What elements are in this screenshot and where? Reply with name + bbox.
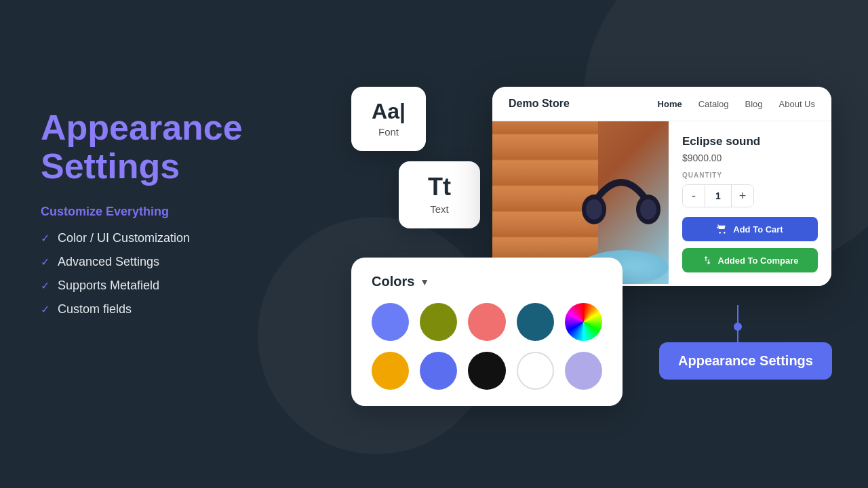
nav-link-about[interactable]: About Us	[779, 99, 815, 109]
quantity-decrease-button[interactable]: -	[683, 185, 705, 207]
check-icon-2: ✓	[41, 256, 50, 268]
check-icon-4: ✓	[41, 303, 50, 316]
swatch-teal[interactable]	[517, 303, 554, 341]
text-type-icon: Tt	[418, 175, 461, 199]
colors-dropdown-icon[interactable]: ▼	[420, 277, 429, 287]
feature-item-1: ✓ Color / UI Customization	[41, 231, 298, 245]
add-to-cart-label: Add To Cart	[733, 224, 783, 235]
add-to-cart-button[interactable]: Add To Cart	[682, 217, 818, 241]
font-card[interactable]: Aa| Font	[351, 87, 426, 151]
demo-store-nav: Demo Store Home Catalog Blog About Us	[492, 87, 831, 121]
nav-link-home[interactable]: Home	[658, 99, 682, 109]
color-row-2	[372, 352, 602, 390]
quantity-control: - 1 +	[682, 184, 754, 207]
check-icon-3: ✓	[41, 279, 50, 292]
demo-store-card: Demo Store Home Catalog Blog About Us	[492, 87, 831, 286]
quantity-increase-button[interactable]: +	[732, 185, 753, 207]
feature-item-3: ✓ Supports Metafield	[41, 279, 298, 293]
product-price: $9000.00	[682, 152, 818, 163]
swatch-white[interactable]	[517, 352, 554, 390]
page-title: Appearance Settings	[41, 108, 298, 186]
svg-point-1	[586, 199, 602, 220]
text-card-label: Text	[418, 203, 461, 215]
added-to-compare-button[interactable]: Added To Compare	[682, 248, 818, 272]
nav-link-blog[interactable]: Blog	[745, 99, 762, 109]
swatch-salmon[interactable]	[468, 303, 505, 341]
check-icon-1: ✓	[41, 232, 50, 245]
font-card-display: Aa|	[370, 100, 407, 122]
product-info: Eclipse sound $9000.00 QUANTITY - 1 + Ad…	[669, 121, 831, 286]
nav-link-catalog[interactable]: Catalog	[698, 99, 729, 109]
demo-store-name: Demo Store	[509, 98, 658, 110]
feature-item-2: ✓ Advanced Settings	[41, 255, 298, 269]
swatch-black[interactable]	[468, 352, 505, 390]
colors-panel: Colors ▼	[351, 258, 623, 406]
font-card-label: Font	[370, 126, 407, 138]
feature-item-4: ✓ Custom fields	[41, 302, 298, 317]
swatch-orange[interactable]	[372, 352, 409, 390]
swatch-blue[interactable]	[372, 303, 409, 341]
headphone-image	[580, 159, 662, 247]
colors-title: Colors	[372, 274, 414, 289]
appearance-settings-button[interactable]: Appearance Settings	[659, 342, 832, 380]
added-to-compare-label: Added To Compare	[718, 256, 799, 266]
feature-list: ✓ Color / UI Customization ✓ Advanced Se…	[41, 231, 298, 317]
compare-icon	[702, 255, 713, 266]
swatch-lavender[interactable]	[565, 352, 602, 390]
demo-nav-links: Home Catalog Blog About Us	[658, 99, 815, 109]
quantity-value: 1	[705, 185, 732, 207]
quantity-label: QUANTITY	[682, 171, 818, 179]
connector-dot	[734, 323, 742, 331]
swatch-olive[interactable]	[420, 303, 457, 341]
color-swatches	[372, 303, 602, 390]
color-row-1	[372, 303, 602, 341]
swatch-indigo[interactable]	[420, 352, 457, 390]
svg-point-3	[640, 199, 656, 220]
colors-header[interactable]: Colors ▼	[372, 274, 602, 289]
cart-icon	[717, 224, 728, 235]
product-name: Eclipse sound	[682, 135, 818, 148]
text-card[interactable]: Tt Text	[399, 161, 480, 228]
customize-label: Customize Everything	[41, 205, 298, 219]
swatch-rainbow[interactable]	[565, 303, 602, 341]
left-panel: Appearance Settings Customize Everything…	[41, 108, 298, 326]
